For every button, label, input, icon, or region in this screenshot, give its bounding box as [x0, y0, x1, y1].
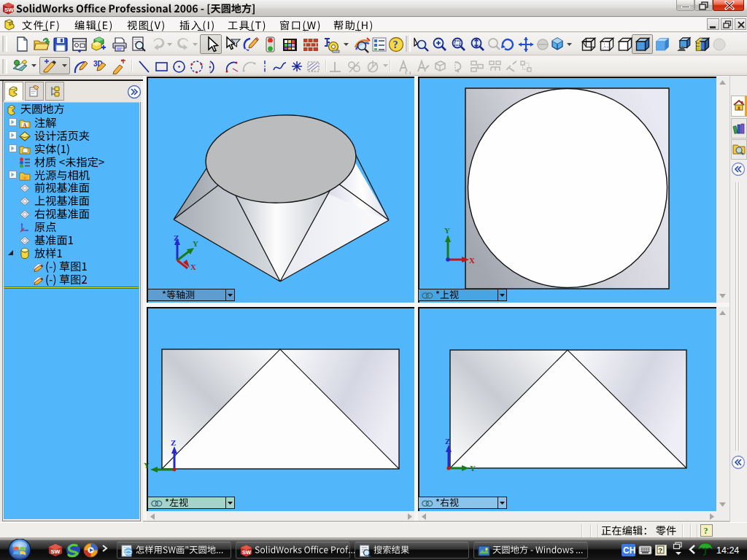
- svg-text:Z: Z: [445, 438, 450, 446]
- svg-text:Z: Z: [174, 233, 179, 242]
- svg-text:Y: Y: [144, 461, 150, 470]
- svg-text:SW: SW: [4, 7, 14, 13]
- svg-text:Z: Z: [171, 439, 176, 447]
- svg-text:?: ?: [704, 526, 708, 536]
- svg-text:X: X: [190, 262, 196, 270]
- svg-text:Y: Y: [470, 464, 476, 472]
- svg-text:Y: Y: [444, 226, 450, 235]
- svg-text:?: ?: [393, 39, 398, 50]
- svg-text:Y: Y: [193, 239, 198, 248]
- svg-text:SW: SW: [242, 549, 252, 556]
- svg-text:A: A: [23, 122, 27, 128]
- svg-text:X: X: [469, 256, 475, 265]
- svg-text:?: ?: [659, 547, 663, 554]
- svg-text:SW: SW: [51, 548, 61, 555]
